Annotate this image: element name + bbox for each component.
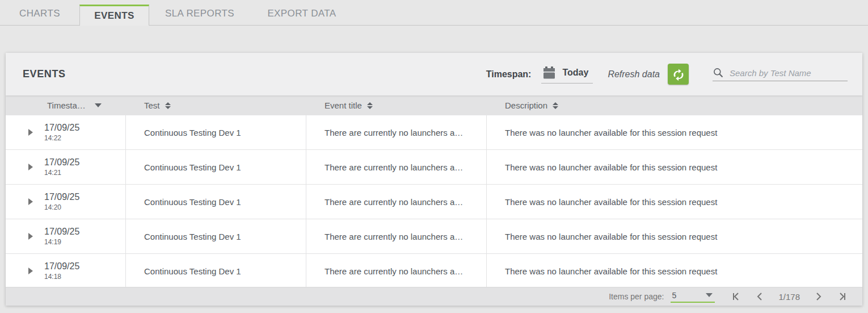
event-date: 17/09/25 bbox=[44, 261, 79, 272]
next-page-button[interactable] bbox=[810, 291, 826, 302]
event-date: 17/09/25 bbox=[44, 157, 79, 168]
column-header-label: Event title bbox=[325, 101, 362, 110]
expand-row-icon[interactable] bbox=[28, 129, 33, 136]
refresh-button[interactable] bbox=[668, 64, 689, 85]
page-indicator: 1/178 bbox=[776, 292, 802, 302]
timestamp-cell: 17/09/25 14:21 bbox=[6, 150, 126, 184]
event-title-cell: There are currently no launchers a… bbox=[306, 219, 487, 253]
tab-export-data[interactable]: EXPORT DATA bbox=[250, 0, 353, 26]
timestamp-cell: 17/09/25 14:22 bbox=[6, 115, 126, 149]
tab-charts[interactable]: CHARTS bbox=[0, 0, 79, 26]
column-header-label: Timesta… bbox=[47, 101, 86, 110]
toolbar: Timespan: Today Refresh data bbox=[486, 64, 848, 85]
test-cell: Continuous Testing Dev 1 bbox=[126, 219, 306, 253]
event-time: 14:18 bbox=[44, 273, 79, 281]
description-cell: There was no launcher available for this… bbox=[487, 219, 862, 253]
timespan-value: Today bbox=[562, 68, 588, 78]
table-row: 17/09/25 14:22 Continuous Testing Dev 1 … bbox=[6, 115, 862, 150]
event-title-cell: There are currently no launchers a… bbox=[306, 115, 487, 149]
search-input[interactable] bbox=[730, 68, 848, 78]
test-cell: Continuous Testing Dev 1 bbox=[126, 150, 306, 184]
event-time: 14:19 bbox=[44, 238, 79, 246]
calendar-icon bbox=[542, 66, 556, 80]
test-cell: Continuous Testing Dev 1 bbox=[126, 254, 306, 287]
test-cell: Continuous Testing Dev 1 bbox=[126, 185, 306, 219]
column-header-test[interactable]: Test bbox=[126, 101, 306, 110]
event-title-cell: There are currently no launchers a… bbox=[306, 254, 487, 287]
tab-events[interactable]: EVENTS bbox=[79, 5, 149, 26]
table-row: 17/09/25 14:20 Continuous Testing Dev 1 … bbox=[6, 185, 862, 219]
tab-sla-reports[interactable]: SLA REPORTS bbox=[149, 0, 250, 26]
sort-both-icon bbox=[165, 102, 171, 109]
description-cell: There was no launcher available for this… bbox=[487, 185, 862, 219]
refresh-sync-icon bbox=[671, 67, 686, 82]
items-per-page-select[interactable]: 5 bbox=[671, 291, 715, 303]
event-date: 17/09/25 bbox=[44, 227, 79, 237]
page-title: EVENTS bbox=[23, 68, 66, 80]
last-page-button[interactable] bbox=[834, 291, 850, 302]
column-header-label: Test bbox=[144, 101, 160, 110]
main-tabbar: CHARTS EVENTS SLA REPORTS EXPORT DATA bbox=[0, 0, 868, 26]
timespan-select[interactable]: Today bbox=[541, 65, 593, 84]
description-cell: There was no launcher available for this… bbox=[487, 254, 862, 287]
expand-row-icon[interactable] bbox=[28, 198, 33, 205]
first-page-button[interactable] bbox=[728, 291, 744, 302]
magnifier-icon bbox=[713, 67, 724, 78]
sort-both-icon bbox=[553, 102, 558, 109]
items-per-page-value: 5 bbox=[672, 291, 676, 300]
expand-row-icon[interactable] bbox=[28, 268, 33, 274]
timestamp-cell: 17/09/25 14:18 bbox=[6, 254, 126, 287]
column-header-description[interactable]: Description bbox=[487, 101, 862, 110]
description-cell: There was no launcher available for this… bbox=[487, 150, 862, 184]
sort-both-icon bbox=[367, 102, 373, 109]
refresh-data-label: Refresh data bbox=[608, 69, 660, 80]
event-time: 14:20 bbox=[44, 203, 79, 211]
table-row: 17/09/25 14:18 Continuous Testing Dev 1 … bbox=[6, 254, 862, 287]
previous-page-button[interactable] bbox=[752, 291, 768, 302]
event-time: 14:21 bbox=[44, 169, 79, 177]
event-date: 17/09/25 bbox=[44, 192, 79, 202]
table-body: 17/09/25 14:22 Continuous Testing Dev 1 … bbox=[6, 115, 862, 287]
chevron-right-icon bbox=[814, 292, 823, 301]
items-per-page-label: Items per page: bbox=[609, 292, 664, 301]
sort-desc-icon bbox=[95, 103, 102, 107]
event-date: 17/09/25 bbox=[44, 123, 79, 133]
panel-header: EVENTS Timespan: Today Refresh data bbox=[6, 53, 862, 95]
event-time: 14:22 bbox=[44, 134, 79, 142]
last-page-icon bbox=[837, 292, 846, 301]
expand-row-icon[interactable] bbox=[28, 164, 33, 170]
table-footer: Items per page: 5 1/178 bbox=[6, 287, 862, 306]
column-header-event-title[interactable]: Event title bbox=[306, 101, 487, 110]
table-row: 17/09/25 14:21 Continuous Testing Dev 1 … bbox=[6, 150, 862, 185]
pager: 1/178 bbox=[728, 291, 850, 302]
timestamp-cell: 17/09/25 14:19 bbox=[6, 219, 126, 253]
table-row: 17/09/25 14:19 Continuous Testing Dev 1 … bbox=[6, 219, 862, 254]
events-panel: EVENTS Timespan: Today Refresh data bbox=[6, 53, 862, 306]
chevron-down-icon bbox=[706, 293, 713, 297]
first-page-icon bbox=[732, 292, 741, 301]
table-header-row: Timesta… Test Event title Description bbox=[6, 95, 862, 115]
test-cell: Continuous Testing Dev 1 bbox=[126, 115, 306, 149]
column-header-timestamp[interactable]: Timesta… bbox=[6, 101, 126, 110]
column-header-label: Description bbox=[505, 101, 547, 110]
timestamp-cell: 17/09/25 14:20 bbox=[6, 185, 126, 219]
search-box bbox=[713, 67, 848, 81]
description-cell: There was no launcher available for this… bbox=[487, 115, 862, 149]
timespan-label: Timespan: bbox=[486, 69, 532, 80]
chevron-left-icon bbox=[756, 292, 765, 301]
expand-row-icon[interactable] bbox=[28, 233, 33, 240]
event-title-cell: There are currently no launchers a… bbox=[306, 185, 487, 219]
event-title-cell: There are currently no launchers a… bbox=[306, 150, 487, 184]
